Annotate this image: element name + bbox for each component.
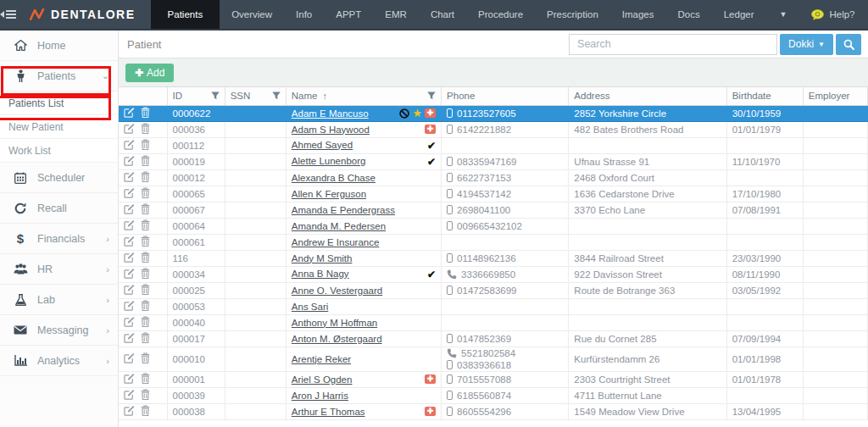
edit-button[interactable] (124, 352, 135, 363)
delete-button[interactable] (141, 155, 150, 166)
column-header-address[interactable]: Address (569, 87, 726, 105)
edit-button[interactable] (124, 373, 135, 384)
filter-funnel-icon[interactable] (427, 92, 436, 100)
table-row[interactable]: 000040Anthony M Hoffman (119, 314, 868, 330)
nav-item-overview[interactable]: Overview (220, 0, 284, 29)
nav-item-ledger[interactable]: Ledger (712, 0, 766, 29)
patient-name-link[interactable]: Anthony M Hoffman (292, 318, 377, 328)
delete-button[interactable] (141, 187, 150, 198)
edit-button[interactable] (124, 284, 135, 295)
edit-button[interactable] (124, 219, 135, 230)
delete-button[interactable] (141, 139, 150, 150)
sidebar-item-financials[interactable]: $Financials› (0, 224, 118, 254)
sidebar-item-lab[interactable]: Lab› (0, 285, 118, 315)
patient-name-link[interactable]: Amanda E Pendergrass (292, 205, 395, 215)
patient-name-link[interactable]: Adam S Haywood (292, 125, 370, 135)
table-row[interactable]: 000010Arentje Reker55218025840383936618K… (119, 347, 868, 371)
table-row[interactable]: 000034✔Anna B Nagy3336669850922 Davisson… (119, 266, 868, 282)
nav-item-emr[interactable]: EMR (373, 0, 419, 29)
patient-name-link[interactable]: Anton M. Østergaard (292, 334, 382, 344)
search-input[interactable] (569, 34, 777, 55)
patient-name-link[interactable]: Alette Lunenborg (292, 156, 366, 166)
table-row[interactable]: 000065Allen K Ferguson41945371421636 Ced… (119, 186, 868, 202)
table-row[interactable]: 000038✚Arthur E Thomas86055542961549 Mea… (119, 403, 868, 419)
sidebar-item-scheduler[interactable]: Scheduler (0, 163, 118, 193)
filter-funnel-icon[interactable] (272, 92, 281, 100)
sidebar-item-messaging[interactable]: Messaging› (0, 315, 118, 346)
sidebar-item-patients[interactable]: Patients⌄ (0, 61, 118, 92)
edit-button[interactable] (124, 171, 135, 182)
edit-button[interactable] (124, 203, 135, 214)
patient-name-link[interactable]: Ariel S Ogden (292, 374, 353, 385)
edit-button[interactable] (124, 236, 135, 247)
edit-button[interactable] (124, 268, 135, 279)
patient-name-link[interactable]: Ans Sari (292, 302, 328, 312)
patient-name-link[interactable]: Arentje Reker (292, 354, 351, 364)
patient-name-link[interactable]: Anna B Nagy (292, 269, 349, 279)
table-row[interactable]: 0000622★✚Adam E Mancuso011235276052852 Y… (119, 105, 868, 121)
nav-item-docs[interactable]: Docs (666, 0, 712, 29)
sidebar-item-recall[interactable]: Recall (0, 193, 118, 224)
delete-button[interactable] (141, 389, 150, 400)
patient-name-link[interactable]: Anne O. Vestergaard (292, 286, 382, 296)
patient-name-link[interactable]: Andy M Smith (292, 253, 353, 263)
column-header-birthdate[interactable]: Birthdate (726, 87, 803, 105)
edit-button[interactable] (124, 139, 135, 150)
delete-button[interactable] (141, 268, 150, 279)
app-logo[interactable]: DENTALORE (16, 0, 151, 29)
delete-button[interactable] (141, 107, 150, 118)
table-row[interactable]: 000053Ans Sari (119, 298, 868, 314)
delete-button[interactable] (141, 284, 150, 295)
table-row[interactable]: 000036✚Adam S Haywood6142221882482 Bates… (119, 121, 868, 137)
delete-button[interactable] (141, 300, 150, 311)
sidebar-item-hr[interactable]: HR› (0, 254, 118, 285)
sidebar-item-analytics[interactable]: Analytics› (0, 346, 118, 376)
help-button[interactable]: Help? (800, 0, 865, 29)
patient-name-link[interactable]: Alexandra B Chase (292, 173, 376, 183)
edit-button[interactable] (124, 187, 135, 198)
table-row[interactable]: 000001✚Ariel S Ogden70155570882303 Court… (119, 371, 868, 387)
sidebar-collapse-button[interactable] (0, 0, 16, 29)
patient-name-link[interactable]: Ahmed Sayed (292, 140, 353, 150)
table-row[interactable]: 000112✔Ahmed Sayed (119, 137, 868, 153)
delete-button[interactable] (141, 252, 150, 263)
table-row[interactable]: 000061Andrew E Insurance (119, 234, 868, 250)
edit-button[interactable] (124, 389, 135, 400)
sidebar-item-work-list[interactable]: Work List (0, 139, 118, 163)
patient-name-link[interactable]: Aron J Harris (292, 391, 348, 401)
patient-name-link[interactable]: Arthur E Thomas (292, 407, 365, 417)
delete-button[interactable] (141, 219, 150, 230)
table-row[interactable]: 116Andy M Smith011489621363844 Railroad … (119, 250, 868, 266)
sidebar-item-home[interactable]: Home (0, 30, 118, 61)
table-row[interactable]: 000039Aron J Harris61855608744711 Butter… (119, 387, 868, 403)
edit-button[interactable] (124, 252, 135, 263)
patient-name-link[interactable]: Andrew E Insurance (292, 237, 380, 247)
edit-button[interactable] (124, 155, 135, 166)
delete-button[interactable] (141, 352, 150, 363)
delete-button[interactable] (141, 171, 150, 182)
column-header-name[interactable]: Name↑ (286, 87, 441, 105)
column-header-id[interactable]: ID (167, 87, 225, 105)
column-header-employer[interactable]: Employer (803, 87, 867, 105)
edit-button[interactable] (124, 332, 135, 343)
nav-item-prescription[interactable]: Prescription (535, 0, 610, 29)
nav-item-patients[interactable]: Patients (151, 0, 220, 29)
nav-item-appt[interactable]: APPT (324, 0, 373, 29)
column-header-phone[interactable]: Phone (442, 87, 569, 105)
table-row[interactable]: 000017Anton M. Østergaard0147852369Rue d… (119, 330, 868, 347)
edit-button[interactable] (124, 300, 135, 311)
delete-button[interactable] (141, 332, 150, 343)
table-row[interactable]: 000067Amanda E Pendergrass26980411003370… (119, 202, 868, 218)
sidebar-item-new-patient[interactable]: New Patient (0, 115, 118, 139)
search-scope-button[interactable]: Dokki▼ (780, 34, 833, 55)
delete-button[interactable] (141, 405, 150, 416)
edit-button[interactable] (124, 316, 135, 327)
nav-item-images[interactable]: Images (610, 0, 666, 29)
table-row[interactable]: 000064Amanda M. Pedersen009665432102 (119, 218, 868, 234)
search-button[interactable] (836, 34, 861, 55)
sidebar-item-patients-list[interactable]: Patients List (0, 92, 118, 115)
table-row[interactable]: 000025Anne O. Vestergaard01472583699Rout… (119, 282, 868, 298)
delete-button[interactable] (141, 123, 150, 134)
nav-item-chart[interactable]: Chart (419, 0, 466, 29)
delete-button[interactable] (141, 203, 150, 214)
